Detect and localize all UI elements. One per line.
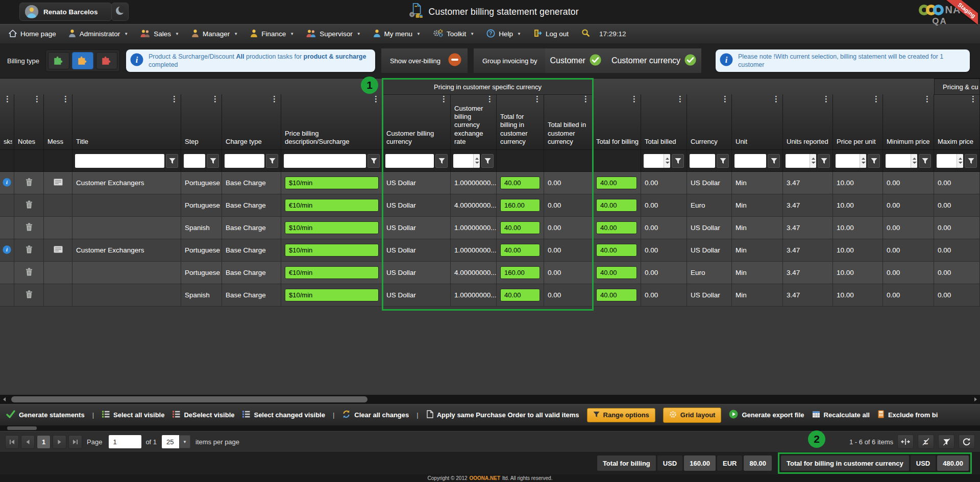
column-header-tb_cc[interactable]: ⋮Total billed in customer currency — [544, 94, 593, 149]
table-row[interactable]: iCustomer ExchangersPortugueseBase Charg… — [0, 239, 980, 262]
prev-page-button[interactable] — [21, 435, 35, 449]
tfb_cc-editable-cell[interactable]: 40.00 — [500, 244, 540, 257]
column-menu-icon[interactable]: ⋮ — [486, 95, 494, 103]
column-menu-icon[interactable]: ⋮ — [676, 95, 684, 103]
deselect-visible-button[interactable]: DeSelect visible — [172, 410, 234, 420]
column-menu-icon[interactable]: ⋮ — [440, 95, 448, 103]
nav-item-log-out[interactable]: Log out — [528, 24, 574, 43]
nav-item-home-page[interactable]: Home page — [3, 24, 62, 43]
filter-funnel-icon[interactable] — [481, 154, 494, 168]
fit-columns-button[interactable] — [897, 435, 914, 449]
filter-funnel-icon[interactable] — [368, 154, 380, 168]
number-spinner[interactable] — [957, 154, 963, 168]
note-trash-icon[interactable] — [26, 200, 33, 210]
nav-item-help[interactable]: ?Help▼ — [481, 24, 527, 43]
next-page-button[interactable] — [53, 435, 66, 449]
column-header-cust_cur[interactable]: ⋮Customer billing currency — [383, 94, 451, 149]
column-header-price_desc[interactable]: ⋮Price billing description/Surcharge — [281, 94, 383, 149]
nav-item-sales[interactable]: Sales▼ — [135, 24, 185, 43]
number-spinner[interactable] — [911, 154, 917, 168]
nav-item-administrator[interactable]: Administrator▼ — [63, 24, 134, 43]
column-header-total_for_billing[interactable]: ⋮Total for billing — [593, 94, 641, 149]
tfb_cc-editable-cell[interactable]: 40.00 — [500, 221, 540, 234]
nav-item-finance[interactable]: Finance▼ — [244, 24, 300, 43]
filter-input-max_price[interactable] — [937, 154, 957, 168]
price_desc-editable-cell[interactable]: €10/min — [285, 199, 379, 212]
price_desc-editable-cell[interactable]: $10/min — [285, 176, 379, 189]
price_desc-editable-cell[interactable]: $10/min — [285, 244, 379, 257]
tfb_cc-editable-cell[interactable]: 40.00 — [500, 289, 540, 301]
last-page-button[interactable] — [68, 435, 82, 449]
brand-link[interactable]: OOONA.NET — [470, 475, 501, 481]
filter-funnel-icon[interactable] — [768, 154, 780, 168]
note-trash-icon[interactable] — [26, 290, 33, 300]
column-menu-icon[interactable]: ⋮ — [372, 95, 380, 103]
recalculate-all-button[interactable]: Recalculate all — [812, 411, 870, 420]
refresh-button[interactable] — [959, 435, 975, 449]
group-by-customer-currency-toggle[interactable]: Customer currency — [606, 48, 701, 73]
number-spinner[interactable] — [473, 154, 480, 168]
generate-statements-button[interactable]: Generate statements — [6, 410, 85, 420]
column-menu-icon[interactable]: ⋮ — [969, 95, 977, 103]
info-icon[interactable]: i — [3, 245, 11, 256]
column-menu-icon[interactable]: ⋮ — [923, 95, 931, 103]
filter-input-title[interactable] — [75, 154, 164, 168]
generate-export-file-button[interactable]: Generate export file — [729, 410, 804, 420]
column-menu-icon[interactable]: ⋮ — [170, 95, 178, 103]
table-row[interactable]: PortugueseBase Charge€10/minUS Dollar4.0… — [0, 262, 980, 284]
select-all-visible-button[interactable]: Select all visible — [102, 410, 164, 420]
column-header-unit[interactable]: ⋮Unit — [732, 94, 783, 149]
nav-item-manager[interactable]: Manager▼ — [186, 24, 243, 43]
show-over-billing-toggle[interactable]: Show over-billing — [381, 48, 468, 73]
column-menu-icon[interactable]: ⋮ — [533, 95, 541, 103]
table-row[interactable]: iCustomer ExchangersPortugueseBase Charg… — [0, 172, 980, 194]
column-menu-icon[interactable]: ⋮ — [211, 95, 219, 103]
note-trash-icon[interactable] — [26, 223, 33, 233]
tfb_cc-editable-cell[interactable]: 160.00 — [500, 199, 540, 212]
filter-funnel-icon[interactable] — [672, 154, 684, 168]
clear-aggregates-button[interactable]: Σ — [918, 435, 934, 449]
column-menu-icon[interactable]: ⋮ — [822, 95, 830, 103]
column-menu-icon[interactable]: ⋮ — [772, 95, 780, 103]
exclude-from-bi-button[interactable]: Exclude from bi — [877, 410, 938, 420]
scrollbar-thumb[interactable] — [11, 396, 368, 402]
note-trash-icon[interactable] — [26, 268, 33, 277]
column-menu-icon[interactable]: ⋮ — [4, 95, 11, 103]
horizontal-scrollbar[interactable] — [0, 395, 980, 404]
filter-funnel-icon[interactable] — [965, 154, 977, 168]
column-header-max_price[interactable]: ⋮Maxim price — [934, 94, 980, 149]
total_for_billing-editable-cell[interactable]: 40.00 — [596, 199, 637, 212]
billing-type-red-puzzle-icon-button[interactable] — [96, 52, 117, 69]
column-header-min_price[interactable]: ⋮Minimum price — [883, 94, 934, 149]
nav-item-supervisor[interactable]: Supervisor▼ — [301, 24, 366, 43]
filter-input-charge_type[interactable] — [225, 154, 264, 168]
clear-all-changes-button[interactable]: Clear all changes — [342, 410, 409, 420]
column-menu-icon[interactable]: ⋮ — [33, 95, 41, 103]
page-number-button[interactable]: 1 — [37, 435, 51, 449]
column-header-messages[interactable]: ⋮Mess — [44, 94, 72, 149]
user-menu-button[interactable]: Renato Barcelos — [19, 3, 112, 21]
filter-input-units_reported[interactable] — [786, 154, 810, 168]
number-spinner[interactable] — [664, 154, 670, 168]
column-header-rate[interactable]: ⋮Customer billing currency exchange rate — [451, 94, 497, 149]
table-row[interactable]: SpanishBase Charge$10/minUS Dollar1.0000… — [0, 284, 980, 307]
filter-funnel-icon[interactable] — [166, 154, 178, 168]
filter-input-step[interactable] — [184, 154, 205, 168]
column-header-units_reported[interactable]: ⋮Units reported — [783, 94, 833, 149]
column-header-tasks[interactable]: ⋮sks — [0, 94, 14, 149]
chevron-down-icon[interactable]: ▼ — [179, 435, 190, 448]
total_for_billing-editable-cell[interactable]: 40.00 — [596, 221, 637, 234]
filter-input-cust_cur[interactable] — [385, 154, 434, 168]
column-header-total_billed[interactable]: ⋮Total billed — [641, 94, 687, 149]
group-by-customer-toggle[interactable]: Customer — [545, 48, 606, 73]
total_for_billing-editable-cell[interactable]: 40.00 — [596, 289, 637, 301]
page-input[interactable] — [109, 435, 141, 448]
number-spinner[interactable] — [810, 154, 816, 168]
column-menu-icon[interactable]: ⋮ — [582, 95, 590, 103]
filter-input-total_billed[interactable] — [644, 154, 664, 168]
total_for_billing-editable-cell[interactable]: 40.00 — [596, 244, 637, 257]
filter-funnel-icon[interactable] — [818, 154, 830, 168]
scroll-left-icon[interactable] — [0, 395, 9, 404]
tfb_cc-editable-cell[interactable]: 40.00 — [500, 176, 540, 189]
column-menu-icon[interactable]: ⋮ — [62, 95, 69, 103]
